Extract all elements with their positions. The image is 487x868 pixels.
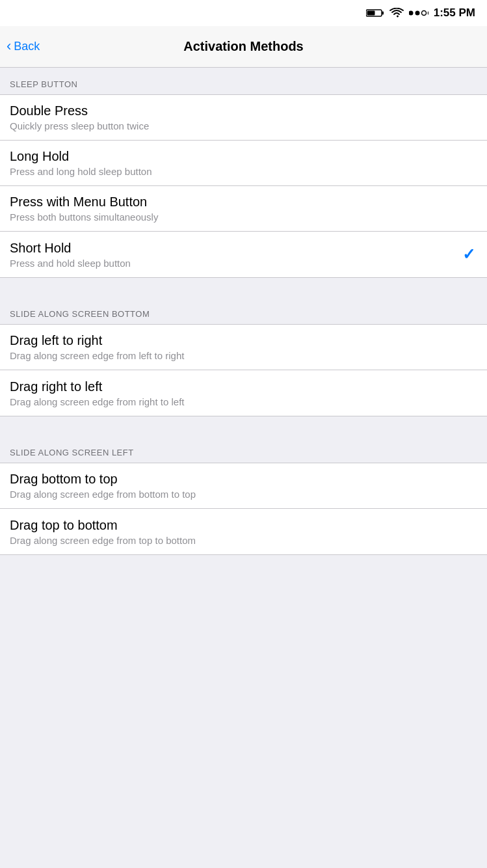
- item-subtitle: Press both buttons simultaneously: [10, 211, 454, 223]
- section-header-slide-left: SLIDE ALONG SCREEN LEFT: [0, 436, 487, 463]
- section-gap: [0, 278, 487, 297]
- list-item[interactable]: Drag left to right Drag along screen edg…: [0, 325, 487, 370]
- signal-icon: [409, 8, 428, 18]
- battery-icon: [366, 8, 384, 18]
- section-header-sleep: SLEEP BUTTON: [0, 68, 487, 94]
- section-gap: [0, 416, 487, 436]
- item-title: Long Hold: [10, 149, 454, 164]
- item-title: Drag left to right: [10, 333, 454, 348]
- item-subtitle: Drag along screen edge from right to lef…: [10, 396, 454, 407]
- status-icons: 1:55 PM: [366, 7, 475, 20]
- item-title: Drag top to bottom: [10, 518, 454, 533]
- svg-point-3: [409, 11, 414, 16]
- item-subtitle: Press and hold sleep button: [10, 258, 454, 269]
- slide-bottom-list: Drag left to right Drag along screen edg…: [0, 324, 487, 416]
- svg-point-5: [421, 11, 426, 16]
- selected-checkmark: ✓: [462, 245, 475, 264]
- item-subtitle: Drag along screen edge from left to righ…: [10, 350, 454, 361]
- item-subtitle: Drag along screen edge from bottom to to…: [10, 489, 454, 500]
- list-item-short-hold[interactable]: Short Hold Press and hold sleep button ✓: [0, 232, 487, 277]
- item-subtitle: Quickly press sleep button twice: [10, 120, 454, 131]
- section-header-slide-bottom: SLIDE ALONG SCREEN BOTTOM: [0, 297, 487, 324]
- item-subtitle: Press and long hold sleep button: [10, 166, 454, 177]
- item-title: Press with Menu Button: [10, 195, 454, 210]
- back-button[interactable]: ‹ Back: [7, 39, 40, 55]
- content-area: SLEEP BUTTON Double Press Quickly press …: [0, 68, 487, 575]
- nav-bar: ‹ Back Activation Methods: [0, 26, 487, 68]
- item-title: Drag right to left: [10, 379, 454, 394]
- item-subtitle: Drag along screen edge from top to botto…: [10, 535, 454, 546]
- slide-left-list: Drag bottom to top Drag along screen edg…: [0, 463, 487, 555]
- list-item[interactable]: Press with Menu Button Press both button…: [0, 186, 487, 232]
- list-item[interactable]: Drag bottom to top Drag along screen edg…: [0, 463, 487, 509]
- svg-rect-2: [367, 11, 375, 16]
- sleep-button-list: Double Press Quickly press sleep button …: [0, 94, 487, 278]
- item-title: Short Hold: [10, 241, 454, 256]
- back-label: Back: [14, 40, 40, 53]
- list-item[interactable]: Drag top to bottom Drag along screen edg…: [0, 509, 487, 554]
- list-item[interactable]: Drag right to left Drag along screen edg…: [0, 370, 487, 416]
- wifi-icon: [389, 8, 404, 18]
- list-item[interactable]: Long Hold Press and long hold sleep butt…: [0, 141, 487, 186]
- svg-point-6: [428, 11, 428, 16]
- svg-point-4: [415, 11, 419, 16]
- list-item[interactable]: Double Press Quickly press sleep button …: [0, 95, 487, 141]
- back-chevron-icon: ‹: [7, 38, 11, 55]
- item-title: Drag bottom to top: [10, 472, 454, 487]
- svg-rect-1: [382, 12, 384, 15]
- item-title: Double Press: [10, 103, 454, 118]
- status-bar: 1:55 PM: [0, 0, 487, 26]
- status-time: 1:55 PM: [434, 7, 475, 20]
- bottom-gap: [0, 555, 487, 575]
- page-title: Activation Methods: [183, 39, 303, 54]
